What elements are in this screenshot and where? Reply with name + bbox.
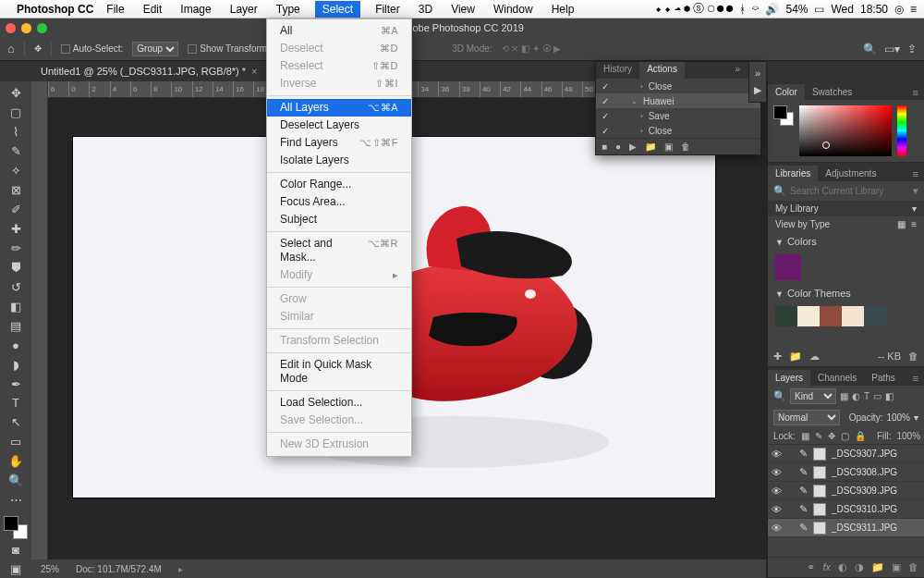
layer-row[interactable]: 👁✎_DSC9309.JPG [768,482,924,500]
tab-swatches[interactable]: Swatches [805,84,859,100]
cloud-icon[interactable]: ☁ [809,350,820,363]
play-strip-icon[interactable]: ▶ [754,84,761,96]
themes-section-header[interactable]: ▼Color Themes [768,284,924,302]
blend-mode-dropdown[interactable]: Normal [773,410,840,425]
marquee-tool[interactable]: ▢ [3,104,29,121]
menu-edit[interactable]: Edit [140,1,166,18]
fill-layer-icon[interactable]: ◑ [855,561,864,573]
panel-menu-icon[interactable]: ≡ [907,371,924,386]
document-tab[interactable]: Untitled1 @ 25% (_DSC9311.JPG, RGB/8*) *… [33,63,265,80]
pen-tool[interactable]: ✒ [3,375,29,393]
action-row[interactable]: ✓›Save [596,108,760,123]
tab-color[interactable]: Color [768,84,805,100]
type-tool[interactable]: T [3,395,29,412]
window-close-button[interactable] [6,23,16,33]
link-layers-icon[interactable]: ⚭ [807,561,815,573]
auto-select-checkbox[interactable]: Auto-Select: [61,43,123,54]
panel-menu-icon[interactable]: ≡ [907,85,924,100]
tab-layers[interactable]: Layers [768,370,810,386]
menu-window[interactable]: Window [490,1,537,18]
bluetooth-icon[interactable]: ᚼ [739,3,746,16]
menu-select[interactable]: Select [315,1,360,18]
visibility-icon[interactable]: 👁 [772,523,783,534]
menu-view[interactable]: View [447,1,479,18]
home-icon[interactable]: ⌂ [7,42,15,55]
gradient-tool[interactable]: ▤ [3,317,29,335]
color-field[interactable] [799,105,892,156]
move-tool[interactable]: ✥ [3,84,29,102]
hand-tool[interactable]: ✋ [3,452,29,470]
lock-all-icon[interactable]: ▦ [801,431,809,441]
filter-pixel-icon[interactable]: ▦ [840,391,848,401]
tab-channels[interactable]: Channels [810,370,864,386]
visibility-icon[interactable]: 👁 [772,486,783,497]
auto-select-dropdown[interactable]: Group [132,42,178,56]
healing-tool[interactable]: ✚ [3,220,29,238]
menu-item-deselect-layers[interactable]: Deselect Layers [267,117,411,134]
menu-file[interactable]: File [103,1,128,18]
menu-item-load-selection-[interactable]: Load Selection... [267,394,411,412]
layer-row[interactable]: 👁✎_DSC9310.JPG [768,500,924,519]
library-color-swatch[interactable] [775,254,801,280]
folder-icon[interactable]: 📁 [789,350,802,363]
opacity-value[interactable]: 100% [886,412,910,423]
view-by-type[interactable]: View by Type ▦≡ [768,216,924,232]
collapse-strip-icon[interactable]: » [755,68,760,79]
zoom-tool[interactable]: 🔍 [3,472,29,489]
fx-icon[interactable]: fx [822,561,831,573]
tab-libraries[interactable]: Libraries [768,166,818,181]
quick-mask-toggle[interactable]: ◙ [3,541,29,559]
screen-mode-toggle[interactable]: ▣ [3,560,29,578]
delete-action-icon[interactable]: 🗑 [681,141,690,152]
menu-item-focus-area-[interactable]: Focus Area... [267,193,411,211]
search-icon[interactable]: 🔍 [863,43,877,55]
tab-actions[interactable]: Actions [639,62,685,79]
layer-row[interactable]: 👁✎_DSC9308.JPG [768,463,924,482]
group-icon[interactable]: 📁 [871,561,884,573]
new-action-icon[interactable]: ▣ [664,141,673,152]
layer-row[interactable]: 👁✎_DSC9307.JPG [768,445,924,463]
eyedropper-tool[interactable]: ✐ [3,201,29,218]
filter-adjust-icon[interactable]: ◐ [852,391,860,401]
app-name[interactable]: Photoshop CC [17,3,93,16]
lasso-tool[interactable]: ⌇ [3,123,29,141]
3d-mode-icons[interactable]: ⟲ ⤧ ◧ ✦ ⦿ ▶ [502,43,562,54]
menu-image[interactable]: Image [176,1,214,18]
library-search-input[interactable] [790,186,909,196]
hue-slider[interactable] [897,105,906,156]
filter-smart-icon[interactable]: ◧ [885,391,894,401]
play-icon[interactable]: ▶ [629,141,637,152]
dodge-tool[interactable]: ◗ [3,356,29,374]
vertical-ruler[interactable] [31,81,48,578]
menu-item-isolate-layers[interactable]: Isolate Layers [267,152,411,169]
trash-icon[interactable]: 🗑 [908,350,918,363]
stop-icon[interactable]: ■ [602,141,607,152]
filter-type-icon[interactable]: T [864,391,869,401]
layer-row[interactable]: 👁✎_DSC9311.JPG [768,519,924,537]
menu-layer[interactable]: Layer [226,1,261,18]
menu-item-color-range-[interactable]: Color Range... [267,176,411,193]
visibility-icon[interactable]: 👁 [772,467,783,478]
volume-icon[interactable]: 🔊 [765,3,779,16]
spotlight-icon[interactable]: ◎ [894,3,904,16]
filter-kind-dropdown[interactable]: Kind [790,388,836,404]
fill-value[interactable]: 100% [896,431,920,441]
menu-item-subject[interactable]: Subject [267,211,411,228]
stamp-tool[interactable]: ⛊ [3,259,29,277]
menu-item-all-layers[interactable]: All Layers⌥⌘A [267,99,411,117]
window-minimize-button[interactable] [21,23,31,33]
zoom-level[interactable]: 25% [41,564,59,574]
tab-paths[interactable]: Paths [864,370,903,386]
delete-layer-icon[interactable]: 🗑 [908,561,918,573]
menu-type[interactable]: Type [273,1,304,18]
new-set-icon[interactable]: 📁 [645,141,656,152]
path-tool[interactable]: ↖ [3,413,29,431]
share-icon[interactable]: ⇪ [907,43,917,55]
new-layer-icon[interactable]: ▣ [892,561,901,573]
workspace-icon[interactable]: ▭▾ [884,43,900,55]
color-fg-bg[interactable] [773,105,794,126]
menu-filter[interactable]: Filter [371,1,404,18]
edit-toolbar[interactable]: ⋯ [3,491,29,509]
notification-icon[interactable]: ≡ [910,3,917,16]
tab-history[interactable]: History [596,62,639,79]
